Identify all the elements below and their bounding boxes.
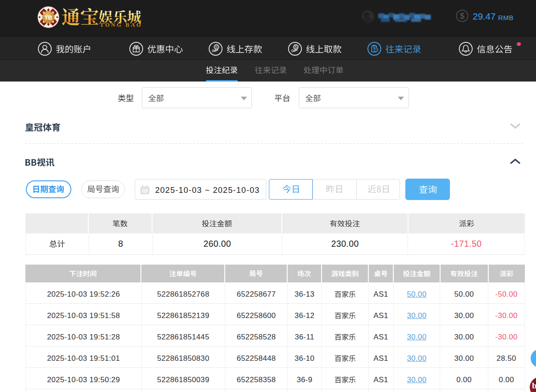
svg-text:TB: TB — [45, 14, 53, 21]
svg-text:$: $ — [460, 12, 464, 20]
